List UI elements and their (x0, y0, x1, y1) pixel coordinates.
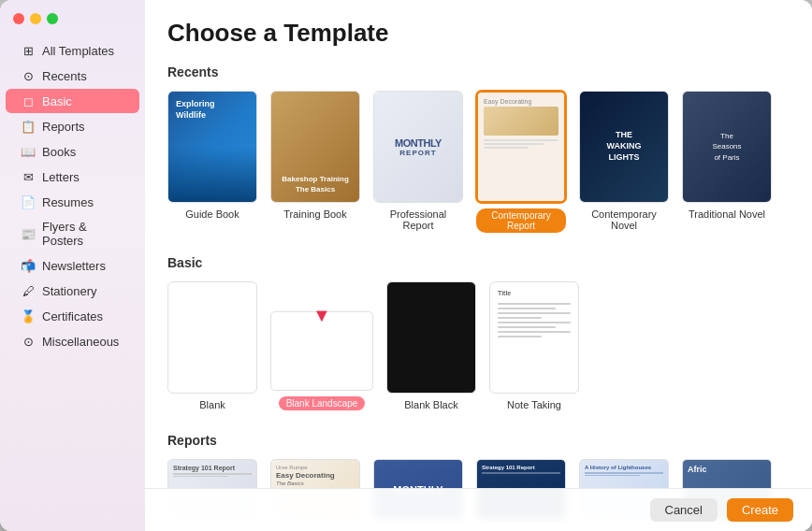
template-label-traditional-novel: Traditional Novel (689, 208, 765, 220)
letters-icon: ✉ (21, 169, 36, 184)
sidebar-item-books[interactable]: 📖 Books (6, 139, 139, 164)
r4-line (482, 472, 560, 474)
sidebar-label-basic: Basic (42, 94, 72, 108)
recents-section-title: Recents (167, 65, 790, 79)
recents-icon: ⊙ (21, 68, 36, 83)
template-thumb-guide-book (167, 91, 257, 203)
template-thumb-training-book (270, 91, 360, 203)
sidebar-label-letters: Letters (42, 170, 80, 184)
guide-book-image (168, 92, 256, 202)
template-label-professional-report: Professional Report (373, 208, 463, 231)
note-title-line: Title (498, 290, 571, 296)
cont-decorating-text: Easy Decorating (484, 98, 558, 105)
sidebar-label-books: Books (42, 145, 76, 159)
sidebar-label-stationery: Stationery (42, 284, 97, 298)
cont-report-image: Easy Decorating (478, 93, 564, 201)
flyers-icon: 📰 (21, 226, 36, 241)
sidebar-item-basic[interactable]: ◻ Basic (6, 89, 139, 113)
basic-templates-row: Blank ▼ Blank Landscape Blank Black Titl… (167, 281, 790, 410)
sidebar-label-all-templates: All Templates (42, 44, 114, 58)
r2-subtitle: Urve Rumpe (276, 465, 355, 470)
monthly-text: MONTHLY (395, 137, 442, 149)
r4-content: Strategy 101 Report (482, 465, 560, 470)
resumes-icon: 📄 (21, 194, 36, 209)
prof-report-image: MONTHLY REPORT (374, 92, 462, 202)
sidebar-item-certificates[interactable]: 🏅 Certificates (6, 304, 139, 328)
template-guide-book[interactable]: Guide Book (167, 91, 257, 233)
seasons-image (683, 92, 771, 202)
template-thumb-contemporary-novel (579, 91, 669, 203)
template-traditional-novel[interactable]: Traditional Novel (682, 91, 772, 233)
template-contemporary-report[interactable]: Easy Decorating Contemporary Report (476, 91, 566, 233)
sidebar-item-letters[interactable]: ✉ Letters (6, 165, 139, 189)
r6-content: Afric (683, 460, 771, 479)
note-line-3 (498, 312, 571, 314)
books-icon: 📖 (21, 144, 36, 159)
cont-line1 (484, 139, 558, 141)
sidebar: ⊞ All Templates ⊙ Recents ◻ Basic 📋 Repo… (0, 0, 145, 531)
page-title: Choose a Template (167, 19, 790, 48)
template-label-blank: Blank (199, 399, 225, 410)
reports-icon: 📋 (21, 119, 36, 134)
template-training-book[interactable]: Training Book (270, 91, 360, 233)
r2-sub: The Basics (276, 481, 355, 486)
template-blank-black[interactable]: Blank Black (386, 281, 476, 410)
sidebar-label-recents: Recents (42, 69, 87, 83)
sidebar-item-stationery[interactable]: 🖊 Stationery (6, 279, 139, 303)
sidebar-item-reports[interactable]: 📋 Reports (6, 114, 139, 138)
create-button[interactable]: Create (727, 498, 793, 522)
sidebar-item-newsletters[interactable]: 📬 Newsletters (6, 253, 139, 278)
main-content: Choose a Template Recents Guide Book Tra… (145, 0, 812, 531)
close-button[interactable] (13, 13, 24, 24)
report-text: REPORT (399, 149, 436, 157)
recents-templates-row: Guide Book Training Book MONTHLY REPORT … (167, 91, 790, 233)
sidebar-item-resumes[interactable]: 📄 Resumes (6, 190, 139, 214)
note-line-7 (498, 331, 571, 333)
sidebar-label-miscellaneous: Miscellaneous (42, 335, 119, 349)
sidebar-item-all-templates[interactable]: ⊞ All Templates (6, 38, 139, 63)
template-contemporary-novel[interactable]: Contemporary Novel (579, 91, 669, 233)
traffic-lights (13, 13, 58, 24)
miscellaneous-icon: ⊙ (21, 334, 36, 349)
arrow-indicator: ▼ (312, 306, 331, 324)
sidebar-label-resumes: Resumes (42, 195, 94, 209)
basic-icon: ◻ (21, 93, 36, 108)
note-line-6 (498, 326, 556, 328)
reports-section-title: Reports (167, 433, 790, 448)
r5-line2 (585, 475, 640, 477)
sidebar-label-reports: Reports (42, 120, 85, 134)
sidebar-item-flyers[interactable]: 📰 Flyers & Posters (6, 215, 139, 252)
note-line-1 (498, 303, 571, 305)
newsletters-icon: 📬 (21, 258, 36, 273)
sidebar-item-recents[interactable]: ⊙ Recents (6, 64, 139, 88)
cancel-button[interactable]: Cancel (650, 498, 718, 522)
template-label-training-book: Training Book (283, 208, 346, 220)
template-label-blank-black: Blank Black (404, 399, 457, 410)
template-label-contemporary-report: Contemporary Report (476, 208, 566, 233)
template-thumb-note-taking: Title (489, 281, 579, 394)
template-label-guide-book: Guide Book (185, 208, 239, 220)
template-label-blank-landscape: Blank Landscape (279, 396, 366, 410)
sidebar-item-miscellaneous[interactable]: ⊙ Miscellaneous (6, 329, 139, 353)
waking-lights-image (580, 92, 668, 202)
template-note-taking[interactable]: Title Note Taking (489, 281, 579, 410)
r1-title: Strategy 101 Report (173, 465, 252, 471)
maximize-button[interactable] (47, 13, 58, 24)
certificates-icon: 🏅 (21, 309, 36, 323)
bakeshop-image (271, 92, 359, 202)
sidebar-label-newsletters: Newsletters (42, 259, 106, 273)
note-line-2 (498, 308, 556, 309)
r1-line (173, 473, 252, 475)
template-professional-report[interactable]: MONTHLY REPORT Professional Report (373, 91, 463, 233)
r5-content: A History of Lighthouses (580, 460, 668, 481)
template-blank-landscape[interactable]: ▼ Blank Landscape (270, 311, 373, 410)
bottom-bar: Cancel Create (145, 488, 812, 531)
stationery-icon: 🖊 (21, 283, 36, 298)
r5-line (585, 472, 663, 474)
template-blank[interactable]: Blank (167, 281, 257, 410)
note-line-8 (498, 336, 542, 337)
template-thumb-contemporary-report: Easy Decorating (476, 91, 566, 203)
minimize-button[interactable] (30, 13, 41, 24)
r1-line2 (173, 476, 228, 478)
template-thumb-traditional-novel (682, 91, 772, 203)
